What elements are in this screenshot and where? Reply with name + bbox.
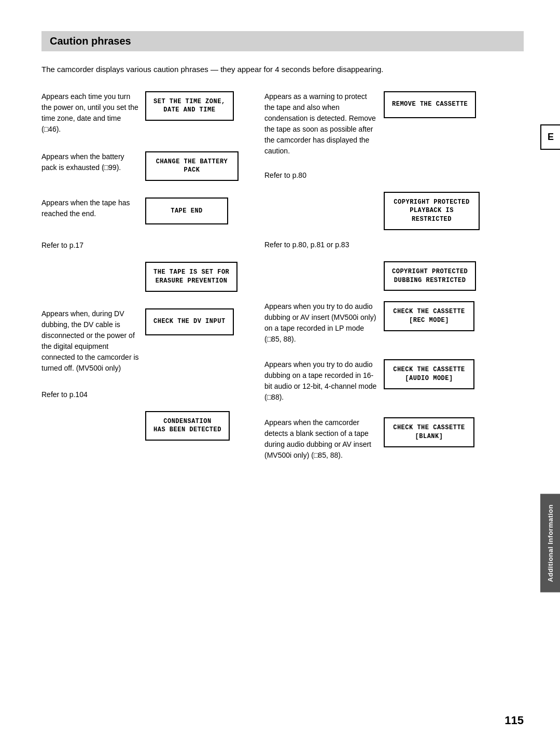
lcd-condensation: CONDENSATIONHAS BEEN DETECTED	[145, 411, 230, 441]
refer-p17: Refer to p.17	[41, 241, 259, 249]
lcd-erasure: THE TAPE IS SET FORERASURE PREVENTION	[145, 262, 237, 292]
entry-condensation: CONDENSATIONHAS BEEN DETECTED	[41, 411, 259, 441]
entry-copyright-playback: COPYRIGHT PROTECTEDPLAYBACK IS RESTRICTE…	[264, 192, 519, 230]
desc-check-dv: Appears when, during DV dubbing, the DV …	[41, 308, 145, 374]
lcd-check-blank: CHECK THE CASSETTE[BLANK]	[384, 417, 474, 447]
refer-p104: Refer to p.104	[41, 390, 259, 399]
entry-erasure: THE TAPE IS SET FORERASURE PREVENTION	[41, 262, 259, 292]
lcd-check-dv: CHECK THE DV INPUT	[145, 308, 234, 335]
refer-p80-a: Refer to p.80	[264, 171, 519, 179]
content-area: Appears each time you turn the power on,…	[41, 91, 524, 476]
entry-check-rec-mode: Appears when you try to do audio dubbing…	[264, 301, 519, 345]
entry-check-audio-mode: Appears when you try to do audio dubbing…	[264, 359, 519, 403]
lcd-check-audio-mode: CHECK THE CASSETTE[AUDIO MODE]	[384, 359, 474, 389]
lcd-copyright-playback: COPYRIGHT PROTECTEDPLAYBACK IS RESTRICTE…	[384, 192, 480, 230]
entry-remove-cassette: Appears as a warning to protect the tape…	[264, 91, 519, 157]
lcd-tape-end: TAPE END	[145, 197, 228, 224]
entry-set-time: Appears each time you turn the power on,…	[41, 91, 259, 135]
page-number: 115	[505, 714, 524, 727]
intro-text: The camcorder displays various caution p…	[41, 64, 524, 76]
lcd-remove-cassette: REMOVE THE CASSETTE	[384, 91, 476, 118]
entry-tape-end: Appears when the tape has reached the en…	[41, 197, 259, 224]
lcd-check-rec-mode: CHECK THE CASSETTE[REC MODE]	[384, 301, 474, 331]
lcd-change-battery: CHANGE THE BATTERY PACK	[145, 151, 239, 181]
desc-check-blank: Appears when the camcorder detects a bla…	[264, 417, 384, 461]
entry-change-battery: Appears when the battery pack is exhaust…	[41, 151, 259, 181]
entry-check-dv: Appears when, during DV dubbing, the DV …	[41, 308, 259, 374]
desc-change-battery: Appears when the battery pack is exhaust…	[41, 151, 145, 173]
left-column: Appears each time you turn the power on,…	[41, 91, 259, 476]
desc-check-rec-mode: Appears when you try to do audio dubbing…	[264, 301, 384, 345]
tab-e-label: E	[548, 132, 554, 143]
page-container: E Additional Information 115 Caution phr…	[0, 0, 560, 748]
entry-copyright-dubbing: COPYRIGHT PROTECTEDDUBBING RESTRICTED	[264, 261, 519, 291]
section-heading: Caution phrases	[41, 31, 524, 51]
desc-remove-cassette: Appears as a warning to protect the tape…	[264, 91, 384, 157]
desc-tape-end: Appears when the tape has reached the en…	[41, 197, 145, 219]
entry-check-blank: Appears when the camcorder detects a bla…	[264, 417, 519, 461]
tab-e: E	[540, 124, 560, 150]
lcd-set-time: SET THE TIME ZONE,DATE AND TIME	[145, 91, 234, 121]
desc-set-time: Appears each time you turn the power on,…	[41, 91, 145, 135]
right-column: Appears as a warning to protect the tape…	[259, 91, 519, 476]
desc-check-audio-mode: Appears when you try to do audio dubbing…	[264, 359, 384, 403]
additional-info-label: Additional Information	[540, 494, 560, 592]
refer-p80-p83: Refer to p.80, p.81 or p.83	[264, 241, 519, 249]
lcd-copyright-dubbing: COPYRIGHT PROTECTEDDUBBING RESTRICTED	[384, 261, 476, 291]
